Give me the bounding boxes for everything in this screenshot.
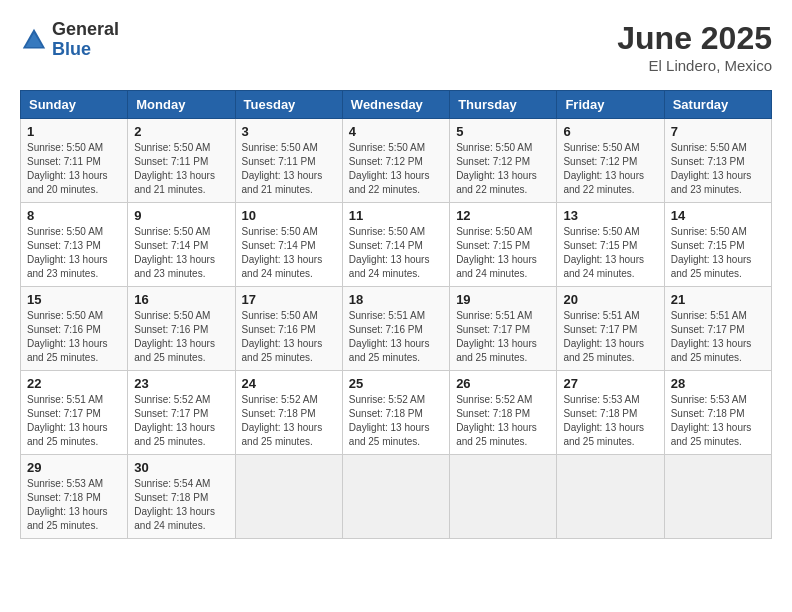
day-info: Sunrise: 5:52 AM Sunset: 7:18 PM Dayligh… bbox=[456, 393, 550, 449]
calendar-header-row: SundayMondayTuesdayWednesdayThursdayFrid… bbox=[21, 91, 772, 119]
day-cell: 27Sunrise: 5:53 AM Sunset: 7:18 PM Dayli… bbox=[557, 371, 664, 455]
day-info: Sunrise: 5:50 AM Sunset: 7:15 PM Dayligh… bbox=[563, 225, 657, 281]
day-info: Sunrise: 5:50 AM Sunset: 7:14 PM Dayligh… bbox=[349, 225, 443, 281]
header: General Blue June 2025 El Lindero, Mexic… bbox=[20, 20, 772, 74]
day-number: 15 bbox=[27, 292, 121, 307]
day-cell: 22Sunrise: 5:51 AM Sunset: 7:17 PM Dayli… bbox=[21, 371, 128, 455]
day-number: 7 bbox=[671, 124, 765, 139]
day-cell: 15Sunrise: 5:50 AM Sunset: 7:16 PM Dayli… bbox=[21, 287, 128, 371]
day-info: Sunrise: 5:53 AM Sunset: 7:18 PM Dayligh… bbox=[563, 393, 657, 449]
day-cell: 29Sunrise: 5:53 AM Sunset: 7:18 PM Dayli… bbox=[21, 455, 128, 539]
day-cell: 25Sunrise: 5:52 AM Sunset: 7:18 PM Dayli… bbox=[342, 371, 449, 455]
calendar-title: June 2025 bbox=[617, 20, 772, 57]
day-cell bbox=[342, 455, 449, 539]
day-number: 13 bbox=[563, 208, 657, 223]
day-number: 14 bbox=[671, 208, 765, 223]
day-info: Sunrise: 5:50 AM Sunset: 7:11 PM Dayligh… bbox=[242, 141, 336, 197]
day-info: Sunrise: 5:51 AM Sunset: 7:17 PM Dayligh… bbox=[456, 309, 550, 365]
day-number: 23 bbox=[134, 376, 228, 391]
logo-blue: Blue bbox=[52, 40, 119, 60]
day-number: 8 bbox=[27, 208, 121, 223]
day-number: 11 bbox=[349, 208, 443, 223]
day-number: 12 bbox=[456, 208, 550, 223]
day-info: Sunrise: 5:51 AM Sunset: 7:17 PM Dayligh… bbox=[27, 393, 121, 449]
day-number: 26 bbox=[456, 376, 550, 391]
day-number: 1 bbox=[27, 124, 121, 139]
day-number: 29 bbox=[27, 460, 121, 475]
day-cell: 20Sunrise: 5:51 AM Sunset: 7:17 PM Dayli… bbox=[557, 287, 664, 371]
week-row-2: 8Sunrise: 5:50 AM Sunset: 7:13 PM Daylig… bbox=[21, 203, 772, 287]
day-number: 28 bbox=[671, 376, 765, 391]
day-cell: 19Sunrise: 5:51 AM Sunset: 7:17 PM Dayli… bbox=[450, 287, 557, 371]
day-info: Sunrise: 5:50 AM Sunset: 7:11 PM Dayligh… bbox=[134, 141, 228, 197]
calendar-subtitle: El Lindero, Mexico bbox=[617, 57, 772, 74]
day-number: 27 bbox=[563, 376, 657, 391]
day-cell: 12Sunrise: 5:50 AM Sunset: 7:15 PM Dayli… bbox=[450, 203, 557, 287]
day-info: Sunrise: 5:52 AM Sunset: 7:17 PM Dayligh… bbox=[134, 393, 228, 449]
day-cell: 3Sunrise: 5:50 AM Sunset: 7:11 PM Daylig… bbox=[235, 119, 342, 203]
logo-icon bbox=[20, 26, 48, 54]
day-number: 19 bbox=[456, 292, 550, 307]
day-cell: 11Sunrise: 5:50 AM Sunset: 7:14 PM Dayli… bbox=[342, 203, 449, 287]
week-row-1: 1Sunrise: 5:50 AM Sunset: 7:11 PM Daylig… bbox=[21, 119, 772, 203]
header-cell-monday: Monday bbox=[128, 91, 235, 119]
day-cell: 23Sunrise: 5:52 AM Sunset: 7:17 PM Dayli… bbox=[128, 371, 235, 455]
day-info: Sunrise: 5:50 AM Sunset: 7:13 PM Dayligh… bbox=[671, 141, 765, 197]
calendar-body: 1Sunrise: 5:50 AM Sunset: 7:11 PM Daylig… bbox=[21, 119, 772, 539]
day-info: Sunrise: 5:50 AM Sunset: 7:12 PM Dayligh… bbox=[349, 141, 443, 197]
day-cell: 2Sunrise: 5:50 AM Sunset: 7:11 PM Daylig… bbox=[128, 119, 235, 203]
day-number: 20 bbox=[563, 292, 657, 307]
day-cell bbox=[235, 455, 342, 539]
day-number: 30 bbox=[134, 460, 228, 475]
header-cell-friday: Friday bbox=[557, 91, 664, 119]
header-cell-saturday: Saturday bbox=[664, 91, 771, 119]
day-cell: 5Sunrise: 5:50 AM Sunset: 7:12 PM Daylig… bbox=[450, 119, 557, 203]
day-info: Sunrise: 5:50 AM Sunset: 7:15 PM Dayligh… bbox=[671, 225, 765, 281]
header-cell-tuesday: Tuesday bbox=[235, 91, 342, 119]
day-info: Sunrise: 5:51 AM Sunset: 7:17 PM Dayligh… bbox=[563, 309, 657, 365]
day-cell bbox=[557, 455, 664, 539]
day-info: Sunrise: 5:50 AM Sunset: 7:14 PM Dayligh… bbox=[134, 225, 228, 281]
day-number: 25 bbox=[349, 376, 443, 391]
day-cell: 1Sunrise: 5:50 AM Sunset: 7:11 PM Daylig… bbox=[21, 119, 128, 203]
day-number: 17 bbox=[242, 292, 336, 307]
logo-general: General bbox=[52, 20, 119, 40]
day-info: Sunrise: 5:50 AM Sunset: 7:12 PM Dayligh… bbox=[456, 141, 550, 197]
day-cell: 26Sunrise: 5:52 AM Sunset: 7:18 PM Dayli… bbox=[450, 371, 557, 455]
day-info: Sunrise: 5:50 AM Sunset: 7:11 PM Dayligh… bbox=[27, 141, 121, 197]
calendar-table: SundayMondayTuesdayWednesdayThursdayFrid… bbox=[20, 90, 772, 539]
day-number: 16 bbox=[134, 292, 228, 307]
day-cell: 4Sunrise: 5:50 AM Sunset: 7:12 PM Daylig… bbox=[342, 119, 449, 203]
day-number: 10 bbox=[242, 208, 336, 223]
day-number: 22 bbox=[27, 376, 121, 391]
day-info: Sunrise: 5:51 AM Sunset: 7:17 PM Dayligh… bbox=[671, 309, 765, 365]
day-info: Sunrise: 5:50 AM Sunset: 7:13 PM Dayligh… bbox=[27, 225, 121, 281]
day-cell: 9Sunrise: 5:50 AM Sunset: 7:14 PM Daylig… bbox=[128, 203, 235, 287]
day-number: 6 bbox=[563, 124, 657, 139]
day-info: Sunrise: 5:50 AM Sunset: 7:16 PM Dayligh… bbox=[134, 309, 228, 365]
day-info: Sunrise: 5:52 AM Sunset: 7:18 PM Dayligh… bbox=[349, 393, 443, 449]
day-cell: 10Sunrise: 5:50 AM Sunset: 7:14 PM Dayli… bbox=[235, 203, 342, 287]
day-cell: 16Sunrise: 5:50 AM Sunset: 7:16 PM Dayli… bbox=[128, 287, 235, 371]
day-info: Sunrise: 5:50 AM Sunset: 7:14 PM Dayligh… bbox=[242, 225, 336, 281]
day-info: Sunrise: 5:52 AM Sunset: 7:18 PM Dayligh… bbox=[242, 393, 336, 449]
header-cell-thursday: Thursday bbox=[450, 91, 557, 119]
day-number: 9 bbox=[134, 208, 228, 223]
day-cell: 6Sunrise: 5:50 AM Sunset: 7:12 PM Daylig… bbox=[557, 119, 664, 203]
day-info: Sunrise: 5:50 AM Sunset: 7:16 PM Dayligh… bbox=[242, 309, 336, 365]
logo: General Blue bbox=[20, 20, 119, 60]
day-number: 24 bbox=[242, 376, 336, 391]
week-row-4: 22Sunrise: 5:51 AM Sunset: 7:17 PM Dayli… bbox=[21, 371, 772, 455]
day-cell bbox=[450, 455, 557, 539]
day-info: Sunrise: 5:50 AM Sunset: 7:12 PM Dayligh… bbox=[563, 141, 657, 197]
title-area: June 2025 El Lindero, Mexico bbox=[617, 20, 772, 74]
day-number: 5 bbox=[456, 124, 550, 139]
day-number: 18 bbox=[349, 292, 443, 307]
day-cell: 21Sunrise: 5:51 AM Sunset: 7:17 PM Dayli… bbox=[664, 287, 771, 371]
day-number: 21 bbox=[671, 292, 765, 307]
day-cell: 14Sunrise: 5:50 AM Sunset: 7:15 PM Dayli… bbox=[664, 203, 771, 287]
day-cell: 8Sunrise: 5:50 AM Sunset: 7:13 PM Daylig… bbox=[21, 203, 128, 287]
day-cell: 28Sunrise: 5:53 AM Sunset: 7:18 PM Dayli… bbox=[664, 371, 771, 455]
day-cell: 24Sunrise: 5:52 AM Sunset: 7:18 PM Dayli… bbox=[235, 371, 342, 455]
day-number: 3 bbox=[242, 124, 336, 139]
